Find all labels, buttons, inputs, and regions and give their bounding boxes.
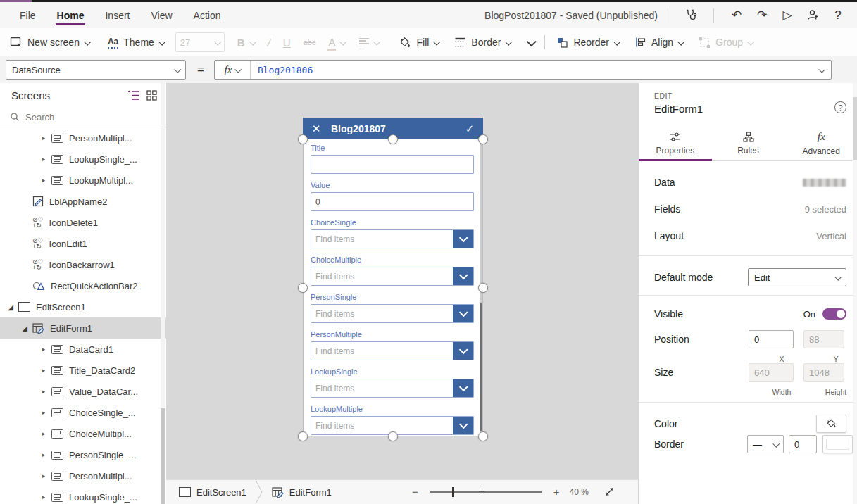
form-field[interactable]: Value 0 [311,181,474,211]
font-size-select[interactable]: 27 [175,32,225,52]
zoom-out-button[interactable]: − [412,486,418,498]
fit-to-window-icon[interactable] [604,486,615,497]
scrollbar-thumb[interactable] [853,97,857,160]
combo-box[interactable]: Find items [311,304,474,323]
chevron-collapsed-icon[interactable]: ▸ [39,177,49,184]
chevron-collapsed-icon[interactable]: ▸ [39,134,49,141]
edit-form-control[interactable]: ✕ Blog201807 ✓ Title Value 0 ChoiceSingl… [303,118,483,436]
resize-handle-top-right[interactable] [478,134,488,144]
chevron-collapsed-icon[interactable]: ▸ [39,346,49,353]
tree-item[interactable]: ⊘♡+↻IconDelete1 [0,212,166,233]
menu-insert[interactable]: Insert [102,4,132,27]
tree-item-selected[interactable]: ◢ EditForm1 [0,317,166,339]
fields-row[interactable]: Fields 9 selected [654,203,846,215]
layout-value[interactable]: Vertical [816,231,846,241]
tab-properties[interactable]: Properties [639,127,712,160]
bold-button[interactable]: B [237,37,255,49]
tab-rules[interactable]: Rules [712,127,785,160]
position-x-input[interactable]: 0 [749,330,794,348]
color-picker-button[interactable] [816,415,846,433]
resize-handle-top-center[interactable] [388,134,398,144]
visible-toggle[interactable] [822,308,846,320]
theme-button[interactable]: Aa Theme [108,37,164,49]
chevron-expanded-icon[interactable]: ◢ [6,303,15,311]
design-canvas[interactable]: ✕ Blog201807 ✓ Title Value 0 ChoiceSingl… [166,83,638,479]
zoom-slider-thumb[interactable] [452,487,454,497]
fill-button[interactable]: Fill [399,37,439,49]
combo-box[interactable]: Find items [311,229,474,248]
reorder-button[interactable]: Reorder [556,37,619,49]
strikethrough-button[interactable]: abc [304,38,316,46]
tree-item[interactable]: ⊘♡+↻IconBackarrow1 [0,254,166,275]
grid-view-icon[interactable] [144,87,159,103]
tree-item[interactable]: ▸Title_DataCard2 [0,360,166,381]
data-row[interactable]: Data [654,177,846,188]
tree-item[interactable]: ▸ChoiceMultipl... [0,423,166,444]
chevron-collapsed-icon[interactable]: ▸ [39,388,49,395]
combo-box[interactable]: Find items [311,341,474,360]
tree-item[interactable]: ⊘♡+↻IconEdit1 [0,233,166,254]
tree-item[interactable]: RectQuickActionBar2 [0,275,166,296]
form-field[interactable]: PersonMultiple Find items [311,330,474,360]
default-mode-select[interactable]: Edit [748,268,846,286]
chevron-expanded-icon[interactable]: ◢ [20,325,30,332]
position-y-input[interactable]: 88 [803,330,844,348]
size-width-input[interactable]: 640 [749,363,794,382]
dropdown-chevron-button[interactable] [453,417,473,434]
preview-play-icon[interactable]: ▷ [778,6,796,25]
resize-handle-middle-left[interactable] [298,283,308,293]
more-formatting-button[interactable] [527,39,534,46]
chevron-collapsed-icon[interactable]: ▸ [39,367,49,374]
dropdown-chevron-button[interactable] [453,342,473,360]
tree-item[interactable]: ▸Value_DataCar... [0,381,166,402]
property-select[interactable]: DataSource [6,60,186,80]
tree-item[interactable]: ▸DataCard1 [0,339,166,360]
form-field[interactable]: ChoiceSingle Find items [311,218,474,248]
search-input[interactable]: Search [0,107,166,127]
form-field[interactable]: LookupMultiple Find items [311,405,474,435]
dropdown-chevron-button[interactable] [453,379,473,397]
formula-input[interactable]: fx Blog201806 [214,60,832,80]
dropdown-chevron-button[interactable] [453,230,473,248]
tree-item[interactable]: ▸PersonMultipl... [0,127,166,149]
dropdown-chevron-button[interactable] [453,267,473,285]
resize-handle-bottom-right[interactable] [478,431,488,441]
text-input[interactable]: 0 [311,192,474,211]
tree-item[interactable]: ▸LookupSingle_... [0,149,166,170]
check-icon[interactable]: ✓ [463,122,476,135]
left-panel-scrollbar[interactable] [161,83,165,504]
fx-selector[interactable]: fx [215,61,251,79]
chevron-collapsed-icon[interactable]: ▸ [39,493,49,500]
scrollbar-thumb[interactable] [480,303,482,431]
form-field[interactable]: PersonSingle Find items [311,293,474,323]
app-checker-icon[interactable] [682,6,700,25]
resize-handle-middle-right[interactable] [478,283,488,293]
border-width-input[interactable]: 0 [789,435,817,453]
border-button[interactable]: Border [454,37,511,48]
group-button[interactable]: Group [699,37,753,49]
text-align-button[interactable] [359,38,379,46]
dropdown-chevron-button[interactable] [453,305,473,322]
fields-value[interactable]: 9 selected [805,204,846,215]
tree-view-icon[interactable] [125,87,141,103]
zoom-in-button[interactable]: + [553,486,560,498]
cancel-icon[interactable]: ✕ [310,122,323,135]
tab-advanced[interactable]: fx Advanced [784,127,857,160]
resize-handle-bottom-left[interactable] [298,431,308,441]
tree-item[interactable]: LblAppName2 [0,191,166,212]
form-field[interactable]: Title [311,144,474,174]
new-screen-button[interactable]: New screen [10,37,89,48]
menu-file[interactable]: File [17,4,39,27]
tree-item[interactable]: ▸PersonSingle_... [0,444,166,465]
tree-item[interactable]: ▸LookupMultipl... [0,170,166,191]
align-button[interactable]: Align [634,37,683,48]
undo-icon[interactable]: ↶ [727,6,746,25]
chevron-collapsed-icon[interactable]: ▸ [39,451,49,458]
font-color-button[interactable]: A [328,36,345,49]
tree-item[interactable]: ◢EditScreen1 [0,296,166,317]
menu-action[interactable]: Action [191,4,224,27]
resize-handle-bottom-center[interactable] [388,431,398,441]
chevron-collapsed-icon[interactable]: ▸ [39,472,49,479]
help-icon[interactable]: ? [829,6,847,25]
breadcrumb-form[interactable]: EditForm1 [272,487,332,498]
